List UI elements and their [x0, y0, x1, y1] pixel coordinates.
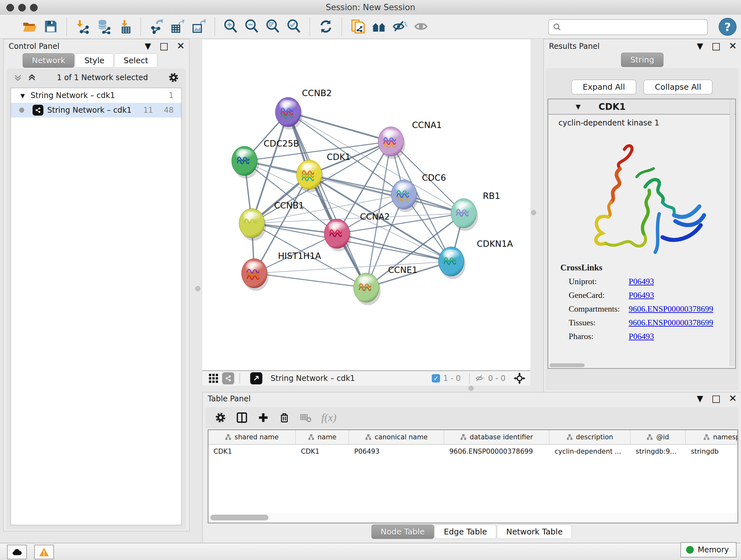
memory-button[interactable]: Memory — [680, 542, 737, 557]
hidden-eye-icon[interactable] — [475, 373, 485, 383]
horizontal-splitter-handle[interactable] — [468, 386, 474, 391]
network-graph[interactable]: CCNB2CCNA1CDC25BCDK1CDC6RB1CCNB1CCNA2HIS… — [202, 40, 530, 370]
import-network-file-button[interactable] — [74, 17, 91, 36]
panel-menu-button[interactable]: ▼ — [145, 42, 151, 50]
add-column-icon[interactable] — [258, 412, 269, 423]
detach-view-button[interactable] — [250, 372, 262, 384]
collapse-all-icon[interactable] — [13, 73, 23, 82]
tab-string[interactable]: String — [621, 53, 664, 67]
tab-network[interactable]: Network — [23, 53, 74, 68]
left-splitter-handle[interactable] — [195, 286, 200, 291]
results-close-button[interactable]: ✕ — [729, 41, 737, 51]
results-horizontal-scrollbar[interactable] — [549, 363, 585, 367]
tab-style[interactable]: Style — [75, 53, 114, 68]
results-vertical-scrollbar[interactable] — [730, 100, 735, 366]
network-node-CDKN1A[interactable] — [439, 247, 466, 279]
table-menu-button[interactable]: ▼ — [697, 394, 703, 402]
tab-network-table[interactable]: Network Table — [497, 524, 572, 539]
table-cell[interactable]: P06493 — [349, 445, 444, 459]
network-row-selected[interactable]: String Network – cdk1 11 48 — [11, 103, 181, 118]
import-table-file-button[interactable] — [116, 17, 134, 36]
network-edge-HIST1H1A-CCNE1[interactable] — [254, 273, 366, 288]
table-row[interactable]: CDK1CDK1P064939606.ENSP00000378699cyclin… — [208, 445, 738, 459]
table-cell[interactable]: stringdb:9... — [630, 445, 686, 459]
table-float-button[interactable]: □ — [712, 394, 721, 403]
network-edge-CCNB2-CCNA1[interactable] — [288, 112, 391, 141]
grid-view-icon[interactable] — [208, 373, 219, 384]
selected-checkbox[interactable]: ✓ — [432, 374, 440, 382]
open-session-button[interactable] — [21, 17, 39, 36]
tab-select[interactable]: Select — [114, 53, 157, 68]
network-view-mode-icon[interactable] — [222, 372, 234, 384]
zoom-out-button[interactable] — [243, 17, 261, 36]
column-header--id[interactable]: @id — [630, 430, 686, 444]
export-table-file-button[interactable] — [169, 17, 187, 36]
column-header-canonical-name[interactable]: canonical name — [349, 430, 444, 444]
search-input[interactable] — [564, 21, 707, 34]
right-splitter-handle[interactable] — [531, 210, 536, 215]
results-float-button[interactable]: □ — [712, 41, 721, 51]
entry-header[interactable]: ▼ CDK1 — [548, 99, 735, 115]
network-node-CCNA1[interactable] — [378, 127, 405, 159]
collection-expand-arrow[interactable]: ▼ — [20, 92, 25, 99]
table-close-button[interactable]: ✕ — [729, 394, 737, 403]
show-columns-icon[interactable] — [236, 412, 248, 424]
collapse-all-button[interactable]: Collapse All — [643, 79, 713, 95]
warning-status-button[interactable] — [34, 545, 54, 559]
network-node-CDC25B[interactable] — [232, 146, 259, 179]
column-header-shared-name[interactable]: shared name — [208, 430, 296, 444]
table-cell[interactable]: cyclin-dependent ... — [549, 445, 630, 459]
gear-icon[interactable] — [168, 72, 179, 83]
memory-status-dot — [686, 546, 694, 554]
column-header-namespace[interactable]: namespace — [686, 430, 738, 444]
column-header-database-identifier[interactable]: database identifier — [444, 430, 549, 444]
help-button[interactable]: ? — [719, 18, 737, 36]
panel-float-button[interactable]: □ — [159, 41, 169, 51]
string-eye-button[interactable] — [412, 17, 430, 36]
crosslink-value-link[interactable]: P06493 — [629, 277, 654, 287]
string-hide-glass-button[interactable] — [391, 17, 409, 36]
zoom-in-button[interactable] — [222, 17, 240, 36]
tab-node-table[interactable]: Node Table — [372, 524, 434, 539]
export-network-file-button[interactable] — [148, 17, 165, 36]
cloud-status-button[interactable] — [7, 545, 27, 559]
delete-column-icon[interactable] — [279, 412, 290, 423]
network-node-RB1[interactable] — [451, 199, 478, 231]
crosslink-value-link[interactable]: P06493 — [629, 291, 654, 300]
table-cell[interactable]: CDK1 — [296, 445, 349, 459]
expand-all-button[interactable]: Expand All — [571, 79, 636, 95]
crosslink-value-link[interactable]: P06493 — [629, 332, 654, 341]
network-edge-CCNB2-CCNE1[interactable] — [288, 112, 366, 288]
tab-edge-table[interactable]: Edge Table — [434, 524, 496, 539]
entry-collapse-arrow[interactable]: ▼ — [576, 103, 581, 111]
zoom-selected-button[interactable] — [285, 17, 303, 36]
network-node-CCNE1[interactable] — [354, 273, 381, 305]
string-copy-network-button[interactable] — [349, 17, 367, 36]
collection-row[interactable]: ▼ String Network – cdk1 1 — [11, 88, 181, 103]
network-canvas[interactable]: CCNB2CCNA1CDC25BCDK1CDC6RB1CCNB1CCNA2HIS… — [202, 40, 530, 370]
crosslink-value-link[interactable]: 9606.ENSP00000378699 — [629, 318, 713, 327]
import-network-database-button[interactable] — [95, 17, 113, 36]
export-image-button[interactable] — [190, 17, 208, 36]
panel-close-button[interactable]: ✕ — [177, 41, 185, 51]
column-header-name[interactable]: name — [296, 430, 349, 444]
table-cell[interactable]: CDK1 — [208, 445, 296, 459]
network-node-CCNB2[interactable] — [275, 98, 302, 130]
save-session-button[interactable] — [42, 17, 60, 36]
network-node-HIST1H1A[interactable] — [242, 259, 269, 291]
network-node-CDK1[interactable] — [296, 160, 324, 192]
results-menu-button[interactable]: ▼ — [697, 42, 703, 50]
table-cell[interactable]: 9606.ENSP00000378699 — [444, 445, 549, 459]
crosslink-value-link[interactable]: 9606.ENSP00000378699 — [629, 304, 713, 314]
table-settings-gear-icon[interactable] — [215, 412, 226, 423]
zoom-fit-button[interactable] — [264, 17, 282, 36]
table-horizontal-scrollbar[interactable] — [208, 513, 738, 523]
birdseye-crosshair-icon[interactable] — [513, 372, 526, 385]
string-home-button[interactable] — [370, 17, 388, 36]
expand-all-icon[interactable] — [27, 73, 37, 82]
column-header-description[interactable]: description — [549, 430, 630, 444]
string-node-entry: ▼ CDK1 cyclin-dependent kinase 1 — [548, 99, 736, 369]
table-cell[interactable]: stringdb — [686, 445, 738, 459]
refresh-button[interactable] — [317, 17, 335, 36]
network-node-CCNA2[interactable] — [324, 219, 351, 251]
